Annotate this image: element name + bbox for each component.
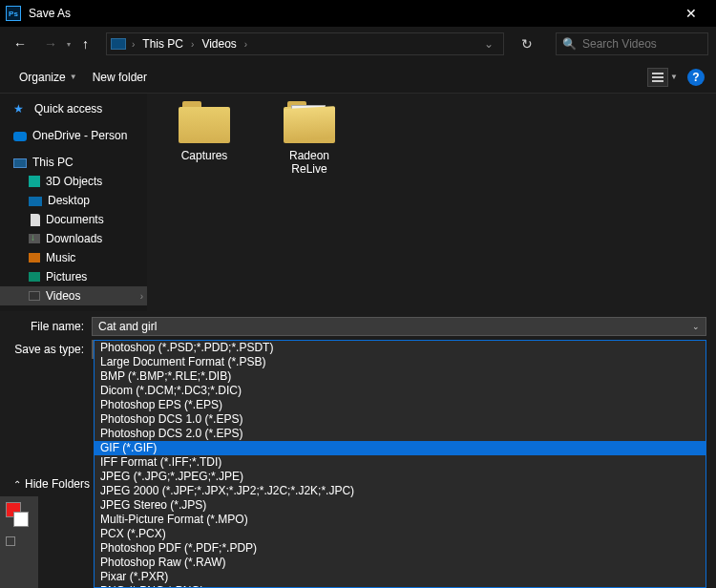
back-button[interactable]: ← [8, 32, 32, 55]
pc-icon [111, 38, 126, 50]
quick-mask-icon[interactable] [6, 536, 15, 546]
sidebar-pictures[interactable]: Pictures [0, 267, 147, 286]
picture-icon [29, 272, 40, 282]
main-area: Quick access OneDrive - Person This PC 3… [0, 94, 716, 311]
up-button[interactable]: ↑ [76, 32, 95, 55]
search-input[interactable] [582, 37, 716, 51]
filename-label: File name: [10, 320, 92, 333]
filetype-option[interactable]: BMP (*.BMP;*.RLE;*.DIB) [95, 369, 705, 384]
chevron-down-icon[interactable]: ▼ [670, 73, 678, 81]
star-icon [13, 102, 29, 116]
breadcrumb-folder[interactable]: Videos [198, 35, 240, 52]
pc-icon [13, 158, 27, 168]
history-dropdown[interactable]: ▾ [67, 40, 71, 49]
onedrive-icon [13, 132, 27, 141]
filetype-option[interactable]: Multi-Picture Format (*.MPO) [95, 513, 705, 527]
background-color-swatch[interactable] [13, 512, 29, 527]
breadcrumb-root[interactable]: This PC [138, 35, 187, 52]
window-title: Save As [29, 7, 672, 20]
sidebar-videos[interactable]: Videos › [0, 286, 147, 305]
search-icon: 🔍 [562, 37, 577, 51]
search-box[interactable]: 🔍 [556, 32, 708, 55]
hide-folders-button[interactable]: ⌃ Hide Folders [8, 475, 95, 493]
chevron-right-icon[interactable]: › [128, 39, 138, 50]
sidebar-downloads[interactable]: Downloads [0, 229, 147, 248]
folder-label: Radeon ReLive [271, 149, 347, 176]
address-bar[interactable]: › This PC › Videos › ⌄ [106, 32, 504, 55]
music-icon [29, 253, 40, 262]
chevron-up-icon: ⌃ [13, 479, 21, 490]
sidebar-onedrive[interactable]: OneDrive - Person [0, 126, 147, 145]
folder-label: Captures [181, 149, 228, 162]
filetype-option[interactable]: GIF (*.GIF) [95, 441, 705, 455]
filetype-option[interactable]: IFF Format (*.IFF;*.TDI) [95, 455, 705, 470]
download-icon [29, 234, 40, 243]
filetype-option[interactable]: JPEG (*.JPG;*.JPEG;*.JPE) [95, 470, 705, 484]
folder-item[interactable]: Captures [166, 101, 242, 162]
document-icon [31, 214, 40, 226]
photoshop-icon: Ps [6, 6, 21, 21]
folder-item[interactable]: Radeon ReLive [271, 101, 347, 176]
chevron-right-icon[interactable]: › [241, 39, 251, 50]
navigation-sidebar: Quick access OneDrive - Person This PC 3… [0, 94, 147, 311]
filetype-option[interactable]: PNG (*.PNG;*.PNG) [95, 584, 705, 588]
filetype-option[interactable]: Photoshop (*.PSD;*.PDD;*.PSDT) [95, 341, 705, 355]
navigation-bar: ← → ▾ ↑ › This PC › Videos › ⌄ ↻ 🔍 [0, 27, 716, 61]
desktop-icon [29, 197, 42, 206]
folder-icon [284, 101, 335, 143]
video-icon [29, 291, 40, 301]
chevron-down-icon: ▼ [70, 73, 77, 81]
forward-button[interactable]: → [38, 32, 63, 55]
filetype-option[interactable]: Pixar (*.PXR) [95, 570, 705, 584]
toolbar: Organize▼ New folder ▼ ? [0, 61, 716, 94]
sidebar-desktop[interactable]: Desktop [0, 191, 147, 210]
folder-content[interactable]: CapturesRadeon ReLive [147, 94, 716, 311]
filetype-option[interactable]: Large Document Format (*.PSB) [95, 355, 705, 369]
sidebar-documents[interactable]: Documents [0, 210, 147, 229]
refresh-button[interactable]: ↻ [510, 36, 544, 52]
sidebar-quick-access[interactable]: Quick access [0, 99, 147, 118]
sidebar-music[interactable]: Music [0, 248, 147, 267]
filetype-option[interactable]: JPEG 2000 (*.JPF;*.JPX;*.JP2;*.J2C;*.J2K… [95, 484, 705, 498]
cube-icon [29, 176, 40, 187]
filetype-option[interactable]: Dicom (*.DCM;*.DC3;*.DIC) [95, 384, 705, 398]
filename-input[interactable]: Cat and girl ⌄ [92, 317, 706, 336]
saveastype-label: Save as type: [10, 343, 92, 356]
sidebar-3d-objects[interactable]: 3D Objects [0, 172, 147, 191]
chevron-right-icon[interactable]: › [187, 39, 198, 50]
filetype-option[interactable]: Photoshop PDF (*.PDF;*.PDP) [95, 541, 705, 556]
photoshop-tool-strip [0, 496, 38, 588]
filetype-option[interactable]: JPEG Stereo (*.JPS) [95, 498, 705, 513]
view-options-button[interactable] [647, 68, 668, 87]
new-folder-button[interactable]: New folder [85, 67, 155, 88]
chevron-right-icon[interactable]: › [140, 291, 143, 302]
filetype-option[interactable]: Photoshop DCS 1.0 (*.EPS) [95, 412, 705, 427]
address-dropdown[interactable]: ⌄ [478, 37, 499, 51]
close-button[interactable]: ✕ [672, 0, 710, 27]
sidebar-this-pc[interactable]: This PC [0, 153, 147, 172]
title-bar: Ps Save As ✕ [0, 0, 716, 27]
organize-button[interactable]: Organize▼ [11, 67, 85, 88]
chevron-down-icon[interactable]: ⌄ [692, 322, 700, 331]
filetype-option[interactable]: Photoshop DCS 2.0 (*.EPS) [95, 427, 705, 441]
folder-icon [179, 101, 230, 143]
filetype-dropdown[interactable]: Photoshop (*.PSD;*.PDD;*.PSDT)Large Docu… [94, 340, 706, 588]
help-button[interactable]: ? [687, 69, 705, 86]
filetype-option[interactable]: Photoshop Raw (*.RAW) [95, 556, 705, 570]
filetype-option[interactable]: Photoshop EPS (*.EPS) [95, 398, 705, 412]
filetype-option[interactable]: PCX (*.PCX) [95, 527, 705, 541]
